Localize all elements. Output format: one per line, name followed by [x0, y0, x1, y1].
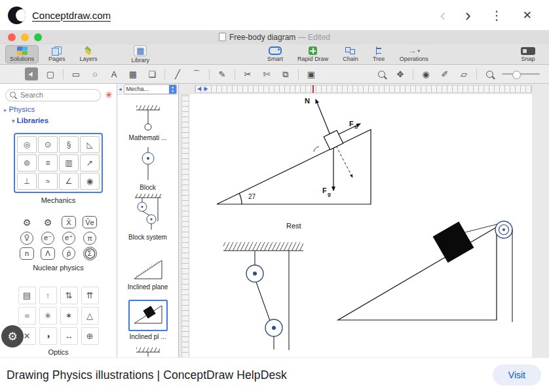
mechanics-shape-icon[interactable]: ◺ — [80, 136, 100, 153]
scroll-left-icon[interactable]: ◀ — [197, 85, 201, 93]
optics-shape-icon[interactable]: ⇅ — [60, 287, 78, 304]
close-icon[interactable]: ✕ — [523, 10, 532, 21]
optics-shape-icon[interactable]: ⇈ — [81, 287, 99, 304]
tree-item-physics[interactable]: ▸Physics — [4, 105, 117, 113]
zoom-window-button[interactable] — [34, 33, 42, 41]
nuclear-shape-icon[interactable]: Σ — [83, 247, 97, 260]
mechanics-shape-icon[interactable]: ≈ — [38, 173, 58, 190]
overflow-menu-icon[interactable]: ⋮ — [491, 9, 503, 22]
eraser-tool[interactable]: ▱ — [457, 67, 470, 80]
forward-icon[interactable]: › — [465, 7, 471, 24]
nuclear-shape-icon[interactable]: V̂e — [83, 216, 97, 228]
zoom-out-button[interactable] — [483, 67, 496, 80]
optics-shape-icon[interactable]: ≈ — [18, 307, 36, 325]
mechanics-shape-icon[interactable]: ↗ — [80, 154, 100, 171]
optics-shape-icon[interactable]: ↑ — [39, 287, 57, 304]
search-input[interactable] — [5, 89, 101, 101]
scroll-right-icon[interactable]: ▶ — [204, 85, 208, 93]
nuclear-shape-icon[interactable]: e⁺ — [62, 232, 75, 245]
knife-tool[interactable]: ✄ — [260, 67, 273, 80]
back-icon[interactable]: ‹ — [440, 7, 445, 24]
tree-item-libraries[interactable]: ▾Libraries — [12, 116, 117, 124]
marquee-tool[interactable]: ▢ — [44, 67, 57, 80]
nuclear-shape-icon[interactable]: Ṽ — [20, 232, 33, 245]
rapid-draw-button[interactable]: Rapid Draw — [293, 45, 333, 63]
nuclear-shape-icon[interactable]: p̄ — [62, 247, 75, 260]
library-selector-dropdown[interactable]: Mecha... ▲▼ — [124, 84, 177, 94]
nuclear-shape-icon[interactable]: X̂ — [62, 216, 76, 228]
shape-item-block-system[interactable]: Block system — [117, 193, 178, 243]
nuclear-shape-icon[interactable]: e⁻ — [41, 232, 54, 245]
line-tool[interactable]: ╱ — [171, 67, 184, 80]
shape-item-mathematical-pendulum[interactable]: Mathemati ... — [117, 95, 178, 143]
scissors-tool[interactable]: ✂ — [241, 67, 254, 80]
rectangle-tool[interactable]: ▭ — [69, 67, 83, 80]
mechanics-shape-icon[interactable]: ⊚ — [17, 154, 37, 171]
snap-button[interactable]: Snap — [516, 45, 540, 63]
optics-shape-icon[interactable]: △ — [81, 307, 99, 325]
nuclear-shape-icon[interactable]: n — [20, 247, 34, 260]
library-button[interactable]: ▦ Library — [127, 44, 155, 65]
optics-shape-icon[interactable]: ✶ — [60, 307, 78, 325]
operations-button[interactable]: →▾ Operations — [395, 45, 433, 63]
zoom-slider-knob[interactable] — [512, 71, 521, 79]
stamp-tool[interactable]: ◉ — [419, 67, 432, 80]
zoom-tool[interactable] — [375, 67, 388, 80]
mechanics-shape-icon[interactable]: ∠ — [59, 173, 79, 190]
mechanics-shape-icon[interactable]: ⊙ — [38, 136, 58, 153]
panel-scroll-left-icon[interactable]: ◂ — [119, 86, 122, 92]
nuclear-shape-icon[interactable]: π — [83, 232, 96, 245]
mechanics-shape-icon[interactable]: ▥ — [59, 154, 79, 171]
block-system-drawing[interactable] — [223, 242, 303, 350]
pen-tool[interactable]: ✎ — [216, 67, 229, 80]
comment-tool[interactable]: ❏ — [145, 67, 159, 80]
minimize-window-button[interactable] — [21, 33, 29, 41]
mechanics-shape-icon[interactable]: ⊥ — [17, 173, 37, 190]
free-body-diagram[interactable]: N F fr F g 27 Rest — [217, 97, 371, 230]
visit-button[interactable]: Visit — [493, 365, 541, 385]
optics-shape-icon[interactable]: ↔ — [60, 327, 78, 345]
solutions-button[interactable]: Solutions — [5, 45, 39, 63]
pages-button[interactable]: Pages — [44, 45, 70, 63]
brush-tool[interactable]: ✐ — [438, 67, 451, 80]
mechanics-shape-icon[interactable]: ◉ — [80, 173, 100, 190]
layers-button[interactable]: Layers — [75, 45, 102, 63]
eraser-icon: ▱ — [461, 70, 467, 79]
shape-item-inclined-plane-with-block-selected[interactable]: Inclined pl ... — [117, 293, 178, 342]
shape-item-inclined-plane[interactable]: Inclined plane — [117, 243, 178, 293]
pan-tool[interactable]: ✥ — [394, 67, 407, 80]
mechanics-shape-icon[interactable]: ≡ — [38, 154, 58, 171]
knife-icon: ✄ — [263, 70, 271, 79]
table-tool[interactable]: ▦ — [126, 67, 140, 80]
optics-shape-icon[interactable]: ▤ — [18, 287, 36, 304]
mechanics-shape-icon[interactable]: § — [59, 136, 79, 153]
shape-item-partial[interactable] — [117, 342, 178, 359]
nuclear-shape-icon[interactable]: ⚙ — [40, 215, 56, 230]
settings-gear-button[interactable]: ⚙ — [1, 325, 24, 347]
solutions-store-icon[interactable]: ✳ — [105, 90, 113, 99]
mechanics-shape-icon[interactable]: ◎ — [17, 136, 37, 153]
chain-button[interactable]: Chain — [338, 45, 363, 63]
select-tool[interactable]: ➤ — [25, 67, 38, 80]
optics-shape-icon[interactable]: ⊕ — [81, 327, 99, 345]
inclined-plane-drawing[interactable] — [338, 221, 512, 322]
ellipse-tool[interactable]: ○ — [88, 67, 102, 80]
tree-button[interactable]: Tree — [368, 45, 390, 63]
zoom-slider[interactable] — [502, 73, 540, 75]
library-mechanics-selected[interactable]: ◎ ⊙ § ◺ ⊚ ≡ ▥ ↗ ⊥ ≈ ∠ ◉ — [14, 133, 103, 193]
combine-tool[interactable]: ⧉ — [279, 67, 292, 80]
optics-shape-icon[interactable]: ◑ — [39, 327, 57, 345]
curve-tool[interactable]: ⌒ — [190, 67, 203, 80]
shape-item-block[interactable]: Block — [117, 143, 178, 193]
drawing-page[interactable]: N F fr F g 27 Rest — [189, 94, 532, 359]
smart-button[interactable]: Smart — [263, 45, 288, 63]
optics-shape-icon[interactable]: ✳ — [39, 307, 57, 325]
close-window-button[interactable] — [8, 33, 16, 41]
site-link[interactable]: Conceptdraw.com — [32, 10, 111, 21]
snapshot-tool[interactable]: ▣ — [305, 67, 318, 80]
nuclear-shape-icon[interactable]: Λ — [41, 247, 55, 260]
text-tool[interactable]: A — [107, 67, 121, 80]
nuclear-shape-icon[interactable]: ⚙ — [19, 215, 35, 230]
magnifier-minus-icon — [486, 71, 493, 78]
library-selector-stepper[interactable]: ▲▼ — [169, 85, 176, 94]
